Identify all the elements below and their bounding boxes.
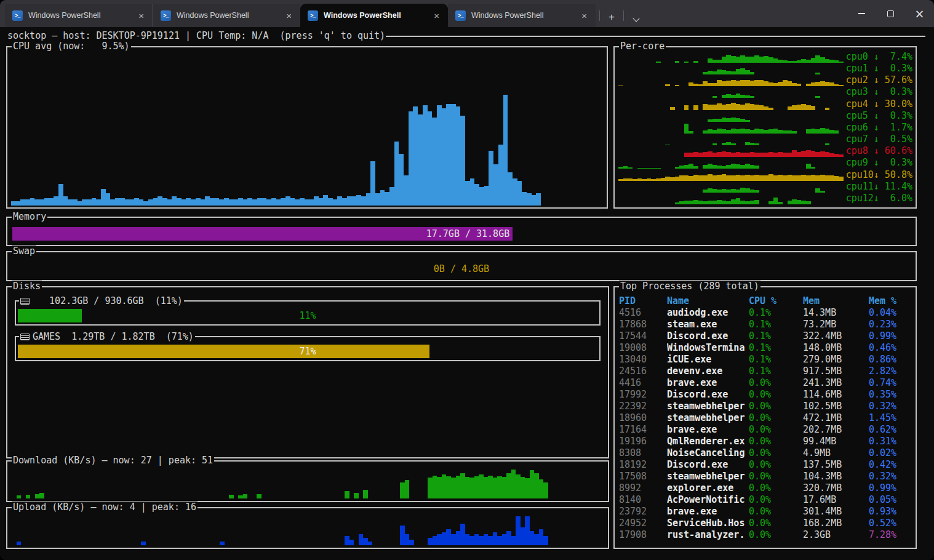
- chart-bar: [684, 62, 689, 63]
- chart-bar: [257, 494, 261, 498]
- core-label: cpu3 ↓ 0.3%: [844, 86, 912, 98]
- chart-bar: [158, 196, 162, 206]
- chart-bar: [834, 60, 839, 63]
- chart-bar: [783, 80, 788, 86]
- core-sparkline: [618, 170, 844, 181]
- chart-bar: [665, 145, 670, 145]
- chart-bar: [26, 495, 31, 498]
- chart-bar: [368, 542, 373, 545]
- chart-bar: [778, 60, 783, 63]
- chart-bar: [656, 168, 661, 169]
- chart-bar: [750, 130, 755, 134]
- tab-close-button[interactable]: ×: [136, 11, 146, 20]
- process-cell: 0.0%: [749, 424, 803, 436]
- process-cell: Discord.exe: [667, 330, 749, 342]
- chart-bar: [489, 151, 493, 206]
- memory-title: Memory: [12, 211, 47, 223]
- chart-bar: [110, 199, 115, 206]
- chart-bar: [834, 84, 839, 87]
- chart-bar: [806, 84, 811, 87]
- tab-2[interactable]: >_Windows PowerShell×: [153, 4, 300, 27]
- disks-panel: Disks 102.3GB / 930.6GB (11%) 11% GAMES …: [6, 286, 609, 458]
- chart-bar: [750, 165, 755, 169]
- chart-bar: [647, 168, 652, 169]
- chart-bar: [670, 107, 675, 110]
- chart-bar: [115, 198, 120, 206]
- chart-bar: [736, 94, 741, 98]
- chart-bar: [215, 198, 220, 206]
- chart-bar: [759, 153, 764, 157]
- tab-close-button[interactable]: ×: [579, 11, 589, 20]
- chart-bar: [740, 95, 745, 98]
- chart-bar: [689, 164, 693, 169]
- chart-bar: [73, 199, 78, 206]
- chart-bar: [698, 84, 703, 87]
- tab-4[interactable]: >_Windows PowerShell×: [448, 4, 596, 27]
- minimize-icon: [858, 13, 865, 14]
- core-sparkline: [618, 63, 844, 74]
- tab-dropdown-button[interactable]: [628, 18, 645, 21]
- chart-bar: [342, 198, 347, 206]
- chart-bar: [750, 152, 755, 157]
- chart-bar: [148, 199, 153, 206]
- chart-bar: [428, 111, 433, 206]
- chart-bar: [493, 532, 498, 545]
- maximize-button[interactable]: [876, 0, 905, 27]
- process-cell: 19008: [619, 342, 667, 354]
- chart-bar: [759, 175, 764, 180]
- chart-bar: [333, 199, 338, 206]
- process-table: PIDNameCPU %MemMem %4516audiodg.exe0.1%1…: [619, 295, 914, 541]
- new-tab-button[interactable]: +: [604, 12, 620, 22]
- minimize-button[interactable]: [847, 0, 876, 27]
- chart-bar: [446, 529, 451, 545]
- chart-bar: [525, 478, 530, 498]
- chart-bar: [201, 199, 206, 206]
- chart-bar: [717, 175, 722, 180]
- chart-bar: [651, 179, 656, 181]
- swap-title: Swap: [12, 246, 36, 257]
- process-row: 17164brave.exe0.0%202.7MB0.62%: [619, 424, 914, 436]
- disk-percent-label: 71%: [18, 346, 597, 358]
- chart-bar: [87, 199, 92, 206]
- chart-bar: [736, 104, 741, 110]
- chart-bar: [456, 476, 461, 498]
- process-cell: 0.31%: [869, 436, 914, 447]
- chart-bar: [314, 196, 319, 206]
- upload-title: Upload (KB/s) — now: 4 | peak: 16: [12, 502, 198, 513]
- chart-bar: [722, 95, 727, 98]
- process-cell: 0.0%: [749, 436, 803, 447]
- tab-close-button[interactable]: ×: [284, 11, 294, 20]
- process-cell: explorer.exe: [667, 482, 749, 494]
- chart-bar: [740, 201, 745, 204]
- chart-bar: [418, 114, 423, 206]
- chart-bar: [745, 120, 750, 122]
- chart-bar: [820, 151, 825, 157]
- chart-bar: [754, 105, 759, 110]
- process-cell: rust-analyzer.: [667, 529, 749, 541]
- chart-bar: [726, 190, 731, 193]
- process-row: 4416brave.exe0.0%241.3MB0.74%: [619, 377, 914, 389]
- chart-bar: [479, 474, 484, 498]
- close-button[interactable]: ×: [905, 0, 934, 27]
- chart-bar: [839, 177, 844, 181]
- chart-bar: [516, 474, 521, 498]
- core-row: cpu7 ↓ 0.5%: [618, 134, 912, 145]
- chart-bar: [460, 473, 465, 498]
- chart-bar: [768, 201, 773, 204]
- process-row: 8992explorer.exe0.0%320.7MB0.99%: [619, 482, 914, 494]
- tab-3[interactable]: >_Windows PowerShell×: [300, 4, 448, 27]
- tab-close-button[interactable]: ×: [431, 11, 442, 20]
- disk-icon: [20, 334, 30, 340]
- chart-bar: [210, 198, 215, 206]
- core-sparkline: [618, 182, 844, 193]
- process-cell: 148.0MB: [803, 342, 869, 354]
- chart-bar: [354, 493, 359, 498]
- chart-bar: [191, 199, 196, 206]
- chart-bar: [703, 165, 708, 169]
- chart-bar: [409, 111, 413, 206]
- process-cell: 0.62%: [869, 424, 914, 436]
- tab-1[interactable]: >_Windows PowerShell×: [5, 4, 153, 27]
- chart-bar: [726, 175, 731, 181]
- tab-separator: [623, 10, 624, 21]
- chart-bar: [513, 178, 517, 206]
